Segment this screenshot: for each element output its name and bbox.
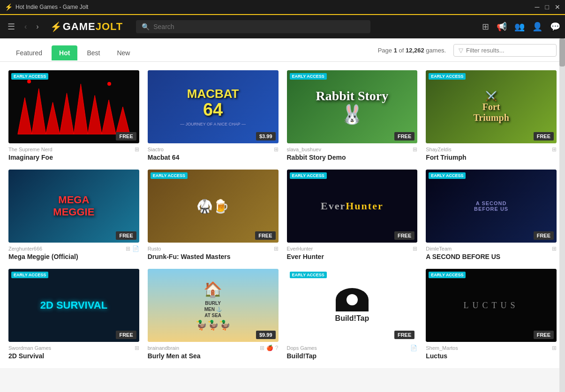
game-card-second-before-us[interactable]: A SECONDBEFORE US Early Access FREE Diml… xyxy=(426,170,557,260)
platform-icon: ⊞ xyxy=(552,146,557,153)
game-title: Drunk-Fu: Wasted Masters xyxy=(148,253,279,260)
game-card-mega-meggie[interactable]: MEGAMEGGIE FREE Zerghunter666 ⊞📄 Mega Me… xyxy=(8,170,139,260)
game-card-drunk-fu[interactable]: 🥋🍺 Early Access FREE Rusto ⊞ Drunk-Fu: W… xyxy=(148,170,279,260)
game-title: Luctus xyxy=(426,352,557,360)
game-title: Rabbit Story Demo xyxy=(287,154,418,161)
scrollbar-thumb[interactable] xyxy=(559,38,565,67)
game-card-macbat[interactable]: MACBAT64 — JOURNEY OF A NICE CHAP — $3.9… xyxy=(148,70,279,161)
filter-box[interactable]: ▽ xyxy=(453,44,557,57)
search-bar[interactable]: 🔍 xyxy=(136,20,370,33)
svg-marker-0 xyxy=(18,84,130,134)
minimize-button[interactable]: ─ xyxy=(535,3,540,11)
close-button[interactable]: ✕ xyxy=(555,3,560,11)
game-card-rabbit-story[interactable]: Rabbit Story 🐰 Early Access FREE slava_b… xyxy=(287,70,418,161)
game-thumbnail: 🥋🍺 Early Access FREE xyxy=(148,170,279,243)
price-badge: FREE xyxy=(116,231,136,240)
game-thumbnail: 2D SURVIVAL Early Access FREE xyxy=(8,269,139,342)
game-icons: ⊞ xyxy=(413,245,417,252)
game-card-build-tap[interactable]: Build!Tap Early Access FREE Dops Games 📄… xyxy=(287,269,418,360)
apple-icon: 🍎 xyxy=(266,345,273,351)
game-icons: ⊞ xyxy=(274,245,279,252)
game-card-imaginary-foe[interactable]: Early Access FREE The Supreme Nerd ⊞ Ima… xyxy=(8,70,139,161)
logo-jolt-text: JOLT xyxy=(96,21,123,33)
tab-best[interactable]: Best xyxy=(79,45,107,60)
app-icon: ⚡ xyxy=(5,3,13,11)
early-access-badge: Early Access xyxy=(429,73,466,80)
author-name: ShayZeldis xyxy=(426,147,451,152)
early-access-badge: Early Access xyxy=(429,272,466,278)
price-badge: FREE xyxy=(255,231,275,240)
game-title: Fort Triumph xyxy=(426,154,557,161)
author-name: EverHunter xyxy=(287,246,313,251)
platform-icon: ⊞ xyxy=(274,146,279,153)
game-card-fort-triumph[interactable]: ⚔️FortTriumph Early Access FREE ShayZeld… xyxy=(426,70,557,161)
game-thumbnail: EverHunter Early Access FREE xyxy=(287,170,418,243)
window-title: Hot Indie Games - Game Jolt xyxy=(15,4,535,10)
price-badge: FREE xyxy=(394,331,414,339)
game-card-burly-men[interactable]: 🏠 BURLYMEN ⚓AT SEA 🦆🦆🦆 $9.99 brainandbra… xyxy=(148,269,279,360)
platform-icon: ⊞ xyxy=(552,345,557,351)
titlebar: ⚡ Hot Indie Games - Game Jolt ─ □ ✕ xyxy=(0,0,565,15)
filter-input[interactable] xyxy=(466,47,551,54)
game-thumbnail: 🏠 BURLYMEN ⚓AT SEA 🦆🦆🦆 $9.99 xyxy=(148,269,279,342)
game-author: ShayZeldis ⊞ xyxy=(426,146,557,153)
tab-hot[interactable]: Hot xyxy=(52,45,77,60)
game-author: slava_bushuev ⊞ xyxy=(287,146,418,153)
early-access-badge: Early Access xyxy=(11,73,48,80)
page-info: Page 1 of 12,262 games. xyxy=(378,47,446,59)
tabs-bar: Featured Hot Best New Page 1 of 12,262 g… xyxy=(0,38,565,62)
author-name: brainandbrain xyxy=(148,345,179,351)
avatar-icon[interactable]: 👤 xyxy=(532,22,542,32)
author-name: slava_bushuev xyxy=(287,147,321,152)
chat-icon[interactable]: 💬 xyxy=(550,22,560,32)
forward-button[interactable]: › xyxy=(33,21,41,33)
maximize-button[interactable]: □ xyxy=(545,3,549,11)
game-icons: ⊞ xyxy=(413,146,417,153)
notification-icon[interactable]: 📢 xyxy=(497,22,507,32)
game-author: Swordman Games ⊞ xyxy=(8,345,139,351)
logo[interactable]: ⚡ GAME JOLT xyxy=(50,21,123,33)
game-icons: ⊞ xyxy=(135,345,139,351)
game-thumbnail: Build!Tap Early Access FREE xyxy=(287,269,418,342)
hamburger-button[interactable]: ☰ xyxy=(5,19,18,35)
question-icon: ? xyxy=(275,345,279,351)
game-title: Imaginary Foe xyxy=(8,154,139,161)
author-name: The Supreme Nerd xyxy=(8,147,53,152)
game-title: Ever Hunter xyxy=(287,253,418,260)
filter-icon: ▽ xyxy=(459,47,463,54)
game-title: Burly Men at Sea xyxy=(148,352,279,360)
early-access-badge: Early Access xyxy=(290,172,327,179)
game-title: Macbat 64 xyxy=(148,154,279,161)
grid-icon[interactable]: ⊞ xyxy=(482,22,489,32)
tab-featured[interactable]: Featured xyxy=(8,45,50,60)
author-name: Rusto xyxy=(148,246,161,251)
price-badge: $3.99 xyxy=(256,132,276,141)
game-title: 2D Survival xyxy=(8,352,139,360)
tab-new[interactable]: New xyxy=(109,45,137,60)
platform-icon: ⊞ xyxy=(274,245,279,252)
author-name: Siactro xyxy=(148,147,164,152)
platform-icon: ⊞ xyxy=(135,146,139,153)
early-access-badge: Early Access xyxy=(290,272,327,278)
game-author: EverHunter ⊞ xyxy=(287,245,418,252)
game-author: Dops Games 📄 xyxy=(287,345,418,351)
game-icons: ⊞ xyxy=(552,146,557,153)
platform-icon: ⊞ xyxy=(552,245,557,252)
game-card-ever-hunter[interactable]: EverHunter Early Access FREE EverHunter … xyxy=(287,170,418,260)
back-button[interactable]: ‹ xyxy=(22,21,30,33)
game-author: The Supreme Nerd ⊞ xyxy=(8,146,139,153)
scrollbar[interactable] xyxy=(559,38,565,392)
game-thumbnail: ⚔️FortTriumph Early Access FREE xyxy=(426,70,557,143)
game-card-luctus[interactable]: LUCTUS Early Access FREE Shem_Martos ⊞ L… xyxy=(426,269,557,360)
search-input[interactable] xyxy=(153,23,365,30)
window-controls: ─ □ ✕ xyxy=(535,3,560,11)
friends-icon[interactable]: 👥 xyxy=(514,22,525,32)
game-author: Shem_Martos ⊞ xyxy=(426,345,557,351)
game-card-2d-survival[interactable]: 2D SURVIVAL Early Access FREE Swordman G… xyxy=(8,269,139,360)
game-author: Rusto ⊞ xyxy=(148,245,279,252)
game-author: brainandbrain ⊞🍎? xyxy=(148,345,279,351)
early-access-badge: Early Access xyxy=(290,73,327,80)
price-badge: FREE xyxy=(534,132,554,141)
platform-icon: ⊞ xyxy=(126,245,130,252)
game-author: Zerghunter666 ⊞📄 xyxy=(8,245,139,252)
